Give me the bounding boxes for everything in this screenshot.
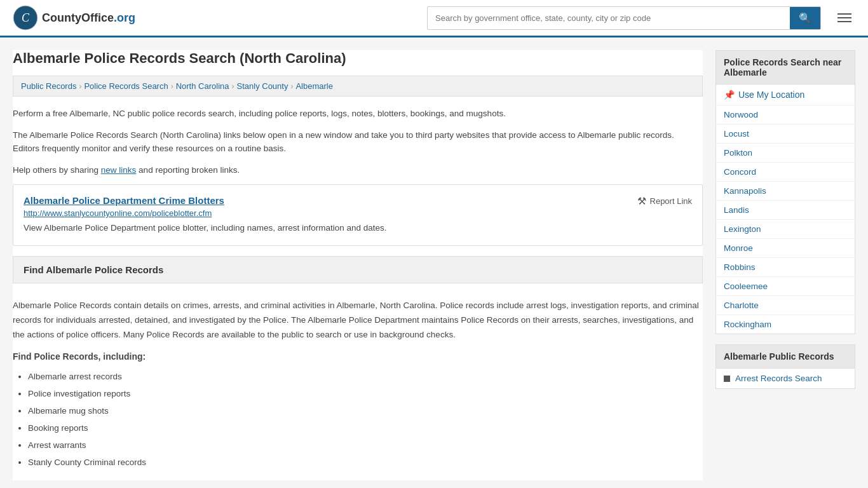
list-item: Stanly County Criminal records — [28, 456, 703, 470]
list-item: Booking reports — [28, 421, 703, 436]
public-records-item-arrest[interactable]: Arrest Records Search — [716, 369, 855, 388]
logo-link[interactable]: C CountyOffice.org — [13, 5, 135, 30]
list-item: Albemarle arrest records — [28, 370, 703, 384]
sidebar-public-records-title: Albemarle Public Records — [716, 345, 855, 369]
find-section-title: Find Albemarle Police Records — [24, 264, 163, 275]
list-item: Police investigation reports — [28, 387, 703, 402]
sidebar-item-lexington[interactable]: Lexington — [716, 220, 855, 239]
sidebar-item-landis[interactable]: Landis — [716, 201, 855, 220]
use-location-button[interactable]: 📌 Use My Location — [716, 85, 855, 105]
sidebar-item-polkton[interactable]: Polkton — [716, 144, 855, 163]
report-link[interactable]: ⚒ Report Link — [637, 195, 692, 207]
intro-para-3-suffix: and reporting broken links. — [136, 165, 240, 175]
sidebar-item-rockingham[interactable]: Rockingham — [716, 315, 855, 334]
sidebar-item-robbins[interactable]: Robbins — [716, 258, 855, 277]
find-section: Find Albemarle Police Records Albemarle … — [13, 256, 703, 480]
sidebar-item-locust[interactable]: Locust — [716, 125, 855, 144]
breadcrumb-sep-2: › — [171, 82, 173, 91]
breadcrumb-public-records[interactable]: Public Records — [21, 81, 76, 91]
menu-button[interactable] — [834, 10, 855, 26]
result-url[interactable]: http://www.stanlycountyonline.com/police… — [24, 208, 692, 218]
breadcrumb: Public Records › Police Records Search ›… — [13, 76, 703, 97]
new-links-link[interactable]: new links — [101, 165, 137, 175]
breadcrumb-north-carolina[interactable]: North Carolina — [176, 81, 229, 91]
intro-para-3-prefix: Help others by sharing — [13, 165, 101, 175]
sidebar-item-charlotte[interactable]: Charlotte — [716, 296, 855, 315]
find-body-text: Albemarle Police Records contain details… — [13, 299, 703, 342]
list-item: Arrest warrants — [28, 438, 703, 453]
breadcrumb-sep-4: › — [290, 82, 293, 91]
result-description: View Albemarle Police Department police … — [24, 222, 692, 234]
main-container: Albemarle Police Records Search (North C… — [0, 37, 868, 488]
result-item: Albemarle Police Department Crime Blotte… — [13, 184, 703, 245]
svg-text:C: C — [22, 11, 30, 24]
square-bullet-icon — [724, 376, 730, 382]
page-title: Albemarle Police Records Search (North C… — [13, 50, 703, 67]
intro-para-3: Help others by sharing new links and rep… — [13, 163, 703, 177]
find-section-body: Albemarle Police Records contain details… — [13, 291, 703, 480]
intro-para-1: Perform a free Albemarle, NC public poli… — [13, 107, 703, 121]
find-section-header: Find Albemarle Police Records — [13, 256, 703, 283]
sidebar-item-cooleemee[interactable]: Cooleemee — [716, 277, 855, 296]
sidebar-item-norwood[interactable]: Norwood — [716, 105, 855, 125]
search-button[interactable]: 🔍 — [790, 7, 820, 29]
report-link-label: Report Link — [650, 196, 692, 206]
sidebar-item-concord[interactable]: Concord — [716, 163, 855, 182]
content-area: Albemarle Police Records Search (North C… — [13, 50, 703, 480]
search-icon: 🔍 — [799, 13, 811, 24]
intro-para-2: The Albemarle Police Records Search (Nor… — [13, 128, 703, 156]
search-bar: 🔍 — [427, 6, 821, 30]
sidebar-nearby-title: Police Records Search near Albemarle — [716, 51, 855, 85]
sidebar-item-monroe[interactable]: Monroe — [716, 239, 855, 258]
menu-bar-1 — [837, 13, 851, 15]
find-list: Albemarle arrest records Police investig… — [13, 370, 703, 470]
sidebar-item-kannapolis[interactable]: Kannapolis — [716, 182, 855, 201]
result-title[interactable]: Albemarle Police Department Crime Blotte… — [24, 195, 224, 206]
breadcrumb-sep-1: › — [79, 82, 81, 91]
menu-bar-3 — [837, 21, 851, 22]
logo-icon: C — [13, 5, 38, 30]
arrest-records-link[interactable]: Arrest Records Search — [735, 374, 822, 383]
sidebar-public-records-section: Albemarle Public Records Arrest Records … — [715, 344, 855, 389]
report-icon: ⚒ — [637, 195, 646, 207]
location-pin-icon: 📌 — [724, 90, 735, 100]
logo-text: CountyOffice.org — [42, 11, 135, 25]
menu-bar-2 — [837, 17, 851, 18]
header: C CountyOffice.org 🔍 — [0, 0, 868, 37]
sidebar-nearby-section: Police Records Search near Albemarle 📌 U… — [715, 50, 855, 334]
find-subtitle: Find Police Records, including: — [13, 349, 703, 365]
sidebar: Police Records Search near Albemarle 📌 U… — [715, 50, 855, 480]
breadcrumb-albemarle[interactable]: Albemarle — [295, 81, 333, 91]
search-input[interactable] — [428, 8, 790, 28]
breadcrumb-police-records-search[interactable]: Police Records Search — [84, 81, 168, 91]
list-item: Albemarle mug shots — [28, 404, 703, 419]
use-location-link[interactable]: Use My Location — [738, 90, 804, 100]
breadcrumb-sep-3: › — [232, 82, 234, 91]
breadcrumb-stanly-county[interactable]: Stanly County — [237, 81, 288, 91]
